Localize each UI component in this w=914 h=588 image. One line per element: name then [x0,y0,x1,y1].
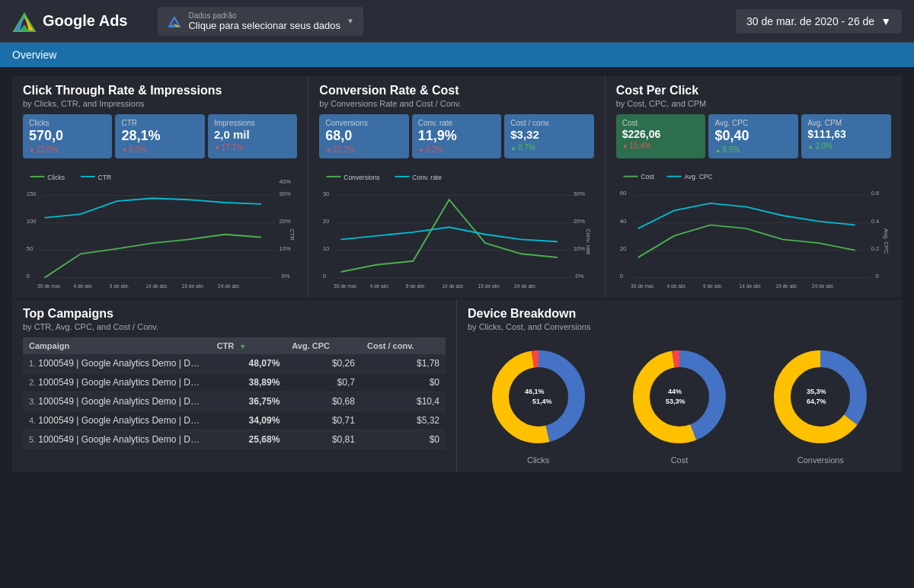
table-row: 2. 1000549 | Google Analytics Demo | DR … [23,372,446,391]
overview-nav[interactable]: Overview [0,43,914,67]
conversion-section-subtitle: by Conversions Rate and Cost / Conv. [319,99,593,108]
svg-text:Clicks: Clicks [47,173,65,181]
svg-text:20: 20 [619,244,625,251]
cost-value: $226,06 [622,129,700,140]
conversions-card: Conversions 68,0 22.2% [319,114,408,158]
conv-rate-value: 11,9% [418,129,495,144]
ctr-section-title: Click Through Rate & Impressions [23,84,297,97]
svg-text:40%: 40% [280,178,291,185]
clicks-change: 22.0% [29,145,106,154]
device-breakdown-title: Device Breakdown [468,307,891,321]
svg-text:0: 0 [323,272,326,279]
device-breakdown-subtitle: by Clicks, Cost, and Conversions [468,322,891,331]
row4-cost: $5,32 [361,411,446,430]
ctr-section-subtitle: by Clicks, CTR, and Impressions [23,99,297,108]
row5-cost: $0 [361,430,446,449]
conversions-donut-wrapper: 35,3% 64,7% Conversions [767,344,874,465]
cost-card: Cost $226,06 15.4% [616,114,706,158]
avg-cpc-value: $0,40 [714,129,792,144]
conversions-label: Conversions [325,119,402,127]
clicks-label: Clicks [29,119,106,127]
svg-text:Conv. rate: Conv. rate [413,173,443,181]
conversions-donut-chart: 35,3% 64,7% [767,344,874,450]
row2-cost: $0 [361,372,446,391]
impressions-value: 2,0 mil [214,129,291,142]
svg-text:10: 10 [323,244,329,251]
clicks-donut-label: Clicks [485,455,592,465]
svg-text:35,3%: 35,3% [807,388,826,395]
main-content: Click Through Rate & Impressions by Clic… [0,67,914,481]
table-row: 1. 1000549 | Google Analytics Demo | DR … [23,354,446,373]
impressions-label: Impressions [214,119,291,127]
date-chevron-icon: ▼ [880,15,891,27]
svg-text:24 de abr.: 24 de abr. [811,283,834,289]
svg-text:24 de abr.: 24 de abr. [514,283,537,289]
clicks-card: Clicks 570,0 22.0% [23,114,112,158]
svg-text:50: 50 [27,244,33,251]
svg-text:9 de abr.: 9 de abr. [703,283,723,289]
svg-text:Avg. CPC: Avg. CPC [684,173,712,181]
top-metrics-grid: Click Through Rate & Impressions by Clic… [12,76,902,298]
svg-text:4 de abr.: 4 de abr. [73,283,93,289]
row5-ctr: 25,68% [211,430,286,449]
cost-donut-label: Cost [626,455,733,465]
svg-text:150: 150 [27,190,37,197]
svg-text:10%: 10% [280,244,291,251]
svg-text:24 de abr.: 24 de abr. [218,283,241,289]
chevron-down-icon: ▼ [347,17,354,25]
clicks-donut-wrapper: 46,1% 51,4% Clicks [485,344,592,465]
conv-rate-label: Conv. rate [418,119,495,127]
row2-cpc: $0,7 [286,372,361,391]
ctr-metric-cards: Clicks 570,0 22.0% CTR 28,1% 6.0% Impres… [23,114,297,158]
svg-text:30 de mar.: 30 de mar. [631,283,655,289]
svg-text:19 de abr.: 19 de abr. [775,283,798,289]
cost-change: 15.4% [622,142,700,150]
ctr-impressions-section: Click Through Rate & Impressions by Clic… [12,76,308,298]
svg-text:60: 60 [619,190,625,197]
data-selector-button[interactable]: Dados padrão Clique para selecionar seus… [158,7,363,36]
svg-text:9 de abr.: 9 de abr. [110,283,129,289]
svg-text:9 de abr.: 9 de abr. [406,283,426,289]
ctr-card: CTR 28,1% 6.0% [115,114,204,158]
svg-text:64,7%: 64,7% [807,398,826,405]
svg-text:0.6: 0.6 [871,190,879,197]
cost-donut-wrapper: 44% 53,3% Cost [626,344,733,465]
row4-ctr: 34,09% [211,411,286,430]
ctr-chart: Clicks CTR 0 50 100 150 Clicks 0% 10% 20… [23,165,297,290]
svg-text:Avg. CPC: Avg. CPC [882,228,889,254]
svg-text:30%: 30% [280,190,291,197]
svg-text:30 de mar.: 30 de mar. [334,283,357,289]
bottom-sections-grid: Top Campaigns by CTR, Avg. CPC, and Cost… [12,299,902,472]
conversions-change: 22.2% [325,145,402,154]
svg-text:51,4%: 51,4% [532,398,552,405]
logo-area: Google Ads [12,9,127,34]
cost-label: Cost [622,119,700,127]
conversion-metric-cards: Conversions 68,0 22.2% Conv. rate 11,9% … [319,114,593,158]
impressions-change: 17.1% [214,143,291,152]
svg-text:30%: 30% [574,190,585,197]
ctr-chart-svg: Clicks CTR 0 50 100 150 Clicks 0% 10% 20… [23,168,297,293]
row1-ctr: 48,07% [211,354,286,373]
clicks-value: 570,0 [29,129,106,144]
donut-charts-container: 46,1% 51,4% Clicks [468,344,891,465]
ctr-col-header[interactable]: CTR ▼ [211,337,286,354]
conversion-chart: Conversions Conv. rate 0 10 20 30 Conver… [319,165,593,290]
svg-text:0%: 0% [281,272,289,279]
date-range-selector[interactable]: 30 de mar. de 2020 - 26 de ▼ [736,9,902,34]
table-row: 4. 1000549 | Google Analytics Demo | DR … [23,411,446,430]
cpc-section-title: Cost Per Click [616,84,891,97]
svg-text:30 de mar.: 30 de mar. [37,283,61,289]
svg-text:0.4: 0.4 [871,217,879,224]
top-campaigns-title: Top Campaigns [23,307,446,321]
row3-cost: $10,4 [361,391,446,411]
cost-conv-change: 8.7% [510,143,587,152]
top-campaigns-section: Top Campaigns by CTR, Avg. CPC, and Cost… [12,299,457,472]
svg-point-79 [510,368,567,426]
avg-cpm-change: 2.0% [807,142,885,150]
data-selector-icon [167,14,182,29]
svg-text:4 de abr.: 4 de abr. [370,283,390,289]
ctr-label: CTR [121,119,198,127]
conversions-value: 68,0 [325,129,402,144]
cost-conv-col-header: Cost / conv. [361,337,446,354]
avg-cpc-change: 8.5% [714,145,792,154]
